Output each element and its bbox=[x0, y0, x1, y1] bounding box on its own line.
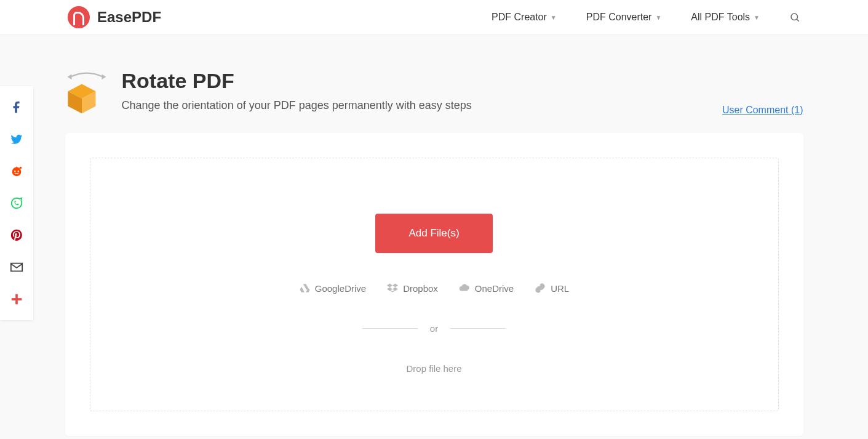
search-icon[interactable] bbox=[789, 12, 800, 23]
link-icon bbox=[535, 283, 546, 294]
or-text: or bbox=[430, 323, 438, 334]
page-title: Rotate PDF bbox=[122, 69, 472, 93]
nav-all-tools[interactable]: All PDF Tools ▼ bbox=[691, 12, 760, 23]
provider-onedrive[interactable]: OneDrive bbox=[459, 283, 514, 294]
share-pinterest[interactable] bbox=[0, 219, 33, 251]
svg-point-3 bbox=[20, 167, 22, 169]
title-block: Rotate PDF Change the orientation of you… bbox=[122, 69, 472, 112]
social-sidebar bbox=[0, 86, 33, 320]
svg-point-5 bbox=[18, 171, 19, 172]
or-divider: or bbox=[115, 323, 754, 334]
share-facebook[interactable] bbox=[0, 91, 33, 123]
provider-dropbox[interactable]: Dropbox bbox=[387, 283, 438, 294]
share-email[interactable] bbox=[0, 251, 33, 283]
svg-rect-7 bbox=[12, 298, 22, 300]
chevron-down-icon: ▼ bbox=[655, 14, 661, 21]
nav-label: PDF Converter bbox=[586, 12, 652, 23]
provider-googledrive[interactable]: GoogleDrive bbox=[299, 283, 366, 294]
nav-pdf-converter[interactable]: PDF Converter ▼ bbox=[586, 12, 662, 23]
add-files-button[interactable]: Add File(s) bbox=[375, 214, 492, 253]
provider-label: OneDrive bbox=[475, 283, 514, 294]
page-body: Rotate PDF Change the orientation of you… bbox=[0, 35, 868, 439]
chevron-down-icon: ▼ bbox=[754, 14, 760, 21]
user-comment-link[interactable]: User Comment (1) bbox=[722, 105, 803, 116]
nav-pdf-creator[interactable]: PDF Creator ▼ bbox=[492, 12, 557, 23]
svg-point-4 bbox=[14, 171, 15, 172]
title-row: Rotate PDF Change the orientation of you… bbox=[65, 69, 803, 116]
svg-line-1 bbox=[797, 19, 798, 21]
logo[interactable]: EasePDF bbox=[68, 6, 161, 28]
provider-label: Dropbox bbox=[403, 283, 438, 294]
svg-point-0 bbox=[791, 14, 798, 20]
nav-label: All PDF Tools bbox=[691, 12, 750, 23]
provider-label: URL bbox=[551, 283, 569, 294]
page-subtitle: Change the orientation of your PDF pages… bbox=[122, 99, 472, 112]
rotate-icon bbox=[65, 73, 108, 116]
upload-card: Add File(s) GoogleDrive Dropbox OneDrive bbox=[65, 133, 803, 436]
divider-line bbox=[362, 328, 418, 329]
share-whatsapp[interactable] bbox=[0, 187, 33, 219]
googledrive-icon bbox=[299, 283, 310, 294]
brand-name: EasePDF bbox=[97, 9, 161, 26]
divider-line bbox=[450, 328, 506, 329]
header: EasePDF PDF Creator ▼ PDF Converter ▼ Al… bbox=[0, 0, 868, 35]
provider-row: GoogleDrive Dropbox OneDrive URL bbox=[115, 283, 754, 294]
share-twitter[interactable] bbox=[0, 123, 33, 155]
share-reddit[interactable] bbox=[0, 155, 33, 187]
provider-label: GoogleDrive bbox=[315, 283, 366, 294]
main-nav: PDF Creator ▼ PDF Converter ▼ All PDF To… bbox=[492, 12, 800, 23]
logo-icon bbox=[68, 6, 90, 28]
onedrive-icon bbox=[459, 283, 470, 294]
drop-hint: Drop file here bbox=[115, 363, 754, 374]
provider-url[interactable]: URL bbox=[535, 283, 569, 294]
share-more[interactable] bbox=[0, 283, 33, 315]
dropbox-icon bbox=[387, 283, 398, 294]
nav-label: PDF Creator bbox=[492, 12, 547, 23]
dropzone[interactable]: Add File(s) GoogleDrive Dropbox OneDrive bbox=[90, 158, 779, 411]
chevron-down-icon: ▼ bbox=[551, 14, 557, 21]
